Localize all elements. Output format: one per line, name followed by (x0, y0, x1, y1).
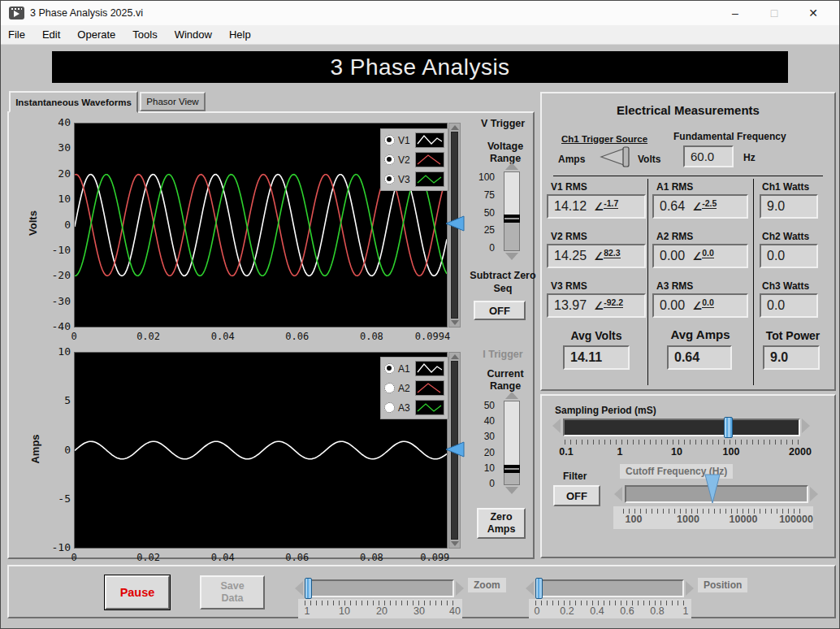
slider-right-arrow-icon[interactable] (802, 419, 810, 433)
waveforms-panel: Volts 40 30 20 10 0 -10 -20 -30 -40 (7, 111, 535, 559)
trigger-source-volts-label: Volts (638, 154, 660, 165)
i-trigger-section: I Trigger Current Range 50 40 30 20 10 0 (467, 349, 539, 549)
slider-handle[interactable] (535, 578, 543, 599)
zero-amps-button[interactable]: Zero Amps (477, 508, 526, 539)
menu-window[interactable]: Window (175, 28, 212, 41)
legend-item-a2[interactable]: A2 (384, 380, 444, 397)
menu-operate[interactable]: Operate (77, 28, 115, 41)
volts-trigger-cursor-icon[interactable] (444, 215, 465, 232)
subtract-zero-seq-label: Subtract Zero Seq (467, 269, 539, 295)
labview-icon (9, 7, 24, 20)
radio-icon[interactable] (384, 135, 395, 145)
fundamental-frequency-label: Fundamental Frequency (673, 131, 786, 142)
minimize-icon[interactable]: – (727, 7, 743, 20)
volts-legend: V1 V2 V3 (380, 128, 448, 191)
sampling-filter-panel: Sampling Period (mS) 0.1 1 10 100 2000 F… (540, 394, 836, 558)
pause-button[interactable]: Pause (105, 575, 170, 609)
menu-edit[interactable]: Edit (42, 28, 60, 41)
scroll-up-icon[interactable] (451, 125, 459, 130)
legend-item-a3[interactable]: A3 (384, 399, 444, 416)
current-range-slider[interactable] (503, 392, 521, 494)
line-style-swatch[interactable] (415, 152, 444, 167)
slider-track[interactable] (535, 579, 684, 597)
legend-item-a1[interactable]: A1 (384, 360, 444, 377)
ch2-watts-label: Ch2 Watts (762, 231, 809, 242)
cutoff-scale-strip: 100 1000 10000 100000 (613, 506, 813, 529)
fundamental-frequency-value: 60.0 (683, 145, 734, 167)
slider-up-arrow-icon[interactable] (505, 392, 518, 399)
slider-handle[interactable] (504, 215, 520, 223)
phase-angle: ∠-2.5 (692, 199, 717, 214)
radio-icon[interactable] (384, 402, 395, 413)
banner: 3 Phase Analysis (52, 51, 788, 83)
slider-left-arrow-icon[interactable] (552, 419, 561, 433)
line-style-swatch[interactable] (415, 361, 444, 376)
scroll-down-icon[interactable] (451, 541, 459, 546)
slider-handle[interactable] (305, 578, 312, 599)
amps-y-ticks: 10 5 0 -5 -10 (37, 345, 71, 553)
avg-amps-value: 0.64 (667, 345, 732, 370)
avg-amps-label: Avg Amps (652, 328, 748, 341)
slider-right-arrow-icon[interactable] (810, 487, 818, 501)
a2-rms-label: A2 RMS (656, 231, 693, 242)
ch2-watts-value: 0.0 (760, 244, 818, 268)
line-style-swatch[interactable] (415, 171, 444, 187)
filter-button[interactable]: OFF (553, 485, 600, 506)
save-data-button[interactable]: Save Data (200, 575, 265, 609)
menubar: File Edit Operate Tools Window Help (1, 25, 839, 45)
line-style-swatch[interactable] (415, 132, 444, 148)
measurements-title: Electrical Measurements (542, 103, 834, 117)
legend-item-v3[interactable]: V3 (384, 171, 444, 188)
close-icon[interactable]: ✕ (805, 7, 821, 20)
legend-item-v2[interactable]: V2 (384, 151, 444, 168)
zoom-label: Zoom (468, 578, 506, 592)
v3-rms-label: V3 RMS (551, 280, 587, 292)
tab-instantaneous-waveforms[interactable]: Instantaneous Waveforms (9, 91, 138, 113)
electrical-measurements-panel: Electrical Measurements Ch1 Trigger Sour… (540, 92, 836, 391)
slider-pointer-icon[interactable] (704, 474, 721, 505)
menu-tools[interactable]: Tools (132, 28, 157, 41)
slider-right-arrow-icon[interactable] (456, 581, 464, 596)
subtract-zero-seq-button[interactable]: OFF (474, 301, 526, 320)
slider-track[interactable] (305, 579, 454, 597)
ch3-watts-label: Ch3 Watts (762, 280, 809, 292)
radio-icon[interactable] (384, 154, 395, 165)
scroll-up-icon[interactable] (451, 354, 459, 359)
scroll-down-icon[interactable] (451, 320, 459, 325)
avg-volts-label: Avg Volts (547, 329, 646, 342)
voltage-range-slider[interactable] (503, 163, 521, 260)
menu-file[interactable]: File (8, 28, 25, 41)
line-style-swatch[interactable] (415, 380, 444, 396)
sampling-period-label: Sampling Period (mS) (555, 405, 656, 416)
slider-down-arrow-icon[interactable] (505, 487, 518, 494)
slider-up-arrow-icon[interactable] (505, 163, 518, 170)
a1-rms-label: A1 RMS (656, 181, 693, 193)
slider-left-arrow-icon[interactable] (295, 581, 303, 596)
radio-icon[interactable] (384, 174, 395, 184)
legend-item-v1[interactable]: V1 (384, 132, 444, 149)
tab-phasor-view[interactable]: Phasor View (140, 92, 206, 111)
slider-right-arrow-icon[interactable] (686, 581, 694, 596)
slider-handle[interactable] (724, 417, 733, 438)
ch1-trigger-source-label: Ch1 Trigger Source (561, 134, 647, 144)
slider-down-arrow-icon[interactable] (505, 253, 518, 260)
menu-help[interactable]: Help (229, 28, 251, 41)
phase-angle: ∠-92.2 (594, 298, 623, 313)
radio-icon[interactable] (384, 363, 395, 374)
line-style-swatch[interactable] (415, 400, 444, 415)
slider-track[interactable] (504, 401, 520, 485)
slider-handle[interactable] (504, 465, 520, 473)
phase-angle: ∠82.3 (594, 249, 621, 263)
slider-left-arrow-icon[interactable] (526, 581, 534, 596)
trigger-source-switch[interactable] (597, 144, 634, 170)
position-label: Position (698, 578, 747, 592)
slider-track[interactable] (563, 419, 800, 436)
banner-title: 3 Phase Analysis (330, 54, 509, 80)
radio-icon[interactable] (384, 383, 395, 393)
slider-track[interactable] (504, 171, 520, 251)
amps-trigger-cursor-icon[interactable] (444, 440, 465, 458)
front-panel: 3 Phase Analysis Instantaneous Waveforms… (1, 45, 840, 629)
maximize-icon[interactable]: □ (766, 7, 782, 20)
slider-left-arrow-icon[interactable] (614, 487, 622, 501)
ch1-watts-value: 9.0 (760, 194, 818, 219)
